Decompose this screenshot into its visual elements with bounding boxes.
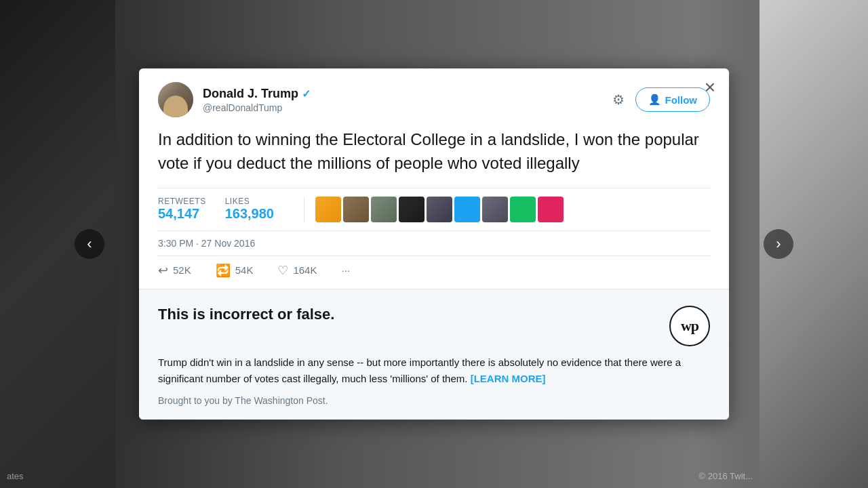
fact-check-text: Trump didn't win in a landslide in any s… xyxy=(158,357,681,384)
liker-avatar-2 xyxy=(343,197,369,222)
avatar-face xyxy=(163,96,188,117)
tweet-modal: × Donald J. Trump ✓ @realDonal xyxy=(139,68,729,420)
fact-check-title: This is incorrect or false. xyxy=(158,306,334,323)
liker-avatar-1 xyxy=(315,197,341,222)
action-row: ↩ 52K 🔁 54K ♡ 164K ··· xyxy=(158,256,710,285)
reply-count: 52K xyxy=(173,264,191,276)
more-icon: ··· xyxy=(341,264,350,276)
liker-avatar-7 xyxy=(482,197,508,222)
user-info: Donald J. Trump ✓ @realDonaldTump xyxy=(158,82,311,117)
header-actions: ⚙ 👤 Follow xyxy=(610,87,711,112)
tweet-text: In addition to winning the Electoral Col… xyxy=(158,128,710,176)
learn-more-link[interactable]: [LEARN MORE] xyxy=(471,373,546,384)
name-block: Donald J. Trump ✓ @realDonaldTump xyxy=(203,87,311,113)
verified-badge: ✓ xyxy=(302,87,311,100)
twitter-handle[interactable]: @realDonaldTump xyxy=(203,102,311,113)
follow-label: Follow xyxy=(665,94,698,106)
likes-avatars xyxy=(304,197,564,222)
reply-action[interactable]: ↩ 52K xyxy=(158,263,191,278)
close-button[interactable]: × xyxy=(698,75,722,100)
modal-overlay: × Donald J. Trump ✓ @realDonal xyxy=(0,0,868,488)
fact-check-header: This is incorrect or false. wp xyxy=(158,306,710,346)
fact-check-body: Trump didn't win in a landslide in any s… xyxy=(158,354,710,387)
follow-icon: 👤 xyxy=(648,94,661,106)
likes-label: LIKES xyxy=(225,197,274,206)
fact-check-attribution: Brought to you by The Washington Post. xyxy=(158,395,710,406)
wp-logo-text: wp xyxy=(681,317,698,335)
prev-arrow[interactable]: ‹ xyxy=(75,229,104,259)
reply-icon: ↩ xyxy=(158,263,168,278)
likes-value: 163,980 xyxy=(225,206,274,222)
retweets-value: 54,147 xyxy=(158,206,206,222)
liker-avatar-3 xyxy=(371,197,397,222)
display-name[interactable]: Donald J. Trump ✓ xyxy=(203,87,311,101)
retweets-label: RETWEETS xyxy=(158,197,206,206)
tweet-timestamp: 3:30 PM · 27 Nov 2016 xyxy=(158,230,710,256)
fact-check-area: This is incorrect or false. wp Trump did… xyxy=(139,289,729,420)
stats-row: RETWEETS 54,147 LIKES 163,980 xyxy=(158,188,710,230)
avatar-image xyxy=(158,82,193,117)
name-text: Donald J. Trump xyxy=(203,87,298,101)
copyright-text: © 2016 Twit... xyxy=(699,471,753,481)
liker-avatar-5 xyxy=(427,197,452,222)
bottom-left-label: ates xyxy=(7,471,24,481)
more-action[interactable]: ··· xyxy=(341,264,350,276)
retweet-icon: 🔁 xyxy=(216,263,231,278)
tweet-area: Donald J. Trump ✓ @realDonaldTump ⚙ 👤 Fo… xyxy=(139,68,729,285)
liker-avatar-9 xyxy=(538,197,564,222)
likes-block: LIKES 163,980 xyxy=(225,197,293,222)
retweet-action[interactable]: 🔁 54K xyxy=(216,263,254,278)
like-count: 164K xyxy=(293,264,317,276)
settings-button[interactable]: ⚙ xyxy=(610,89,627,110)
liker-avatar-6 xyxy=(454,197,480,222)
wp-logo[interactable]: wp xyxy=(669,306,710,346)
like-icon: ♡ xyxy=(277,263,288,278)
liker-avatar-8 xyxy=(510,197,536,222)
like-action[interactable]: ♡ 164K xyxy=(277,263,317,278)
avatar[interactable] xyxy=(158,82,193,117)
retweet-count: 54K xyxy=(235,264,254,276)
tweet-header: Donald J. Trump ✓ @realDonaldTump ⚙ 👤 Fo… xyxy=(158,82,710,117)
liker-avatar-4 xyxy=(399,197,425,222)
next-arrow[interactable]: › xyxy=(764,229,793,259)
retweets-block: RETWEETS 54,147 xyxy=(158,197,225,222)
